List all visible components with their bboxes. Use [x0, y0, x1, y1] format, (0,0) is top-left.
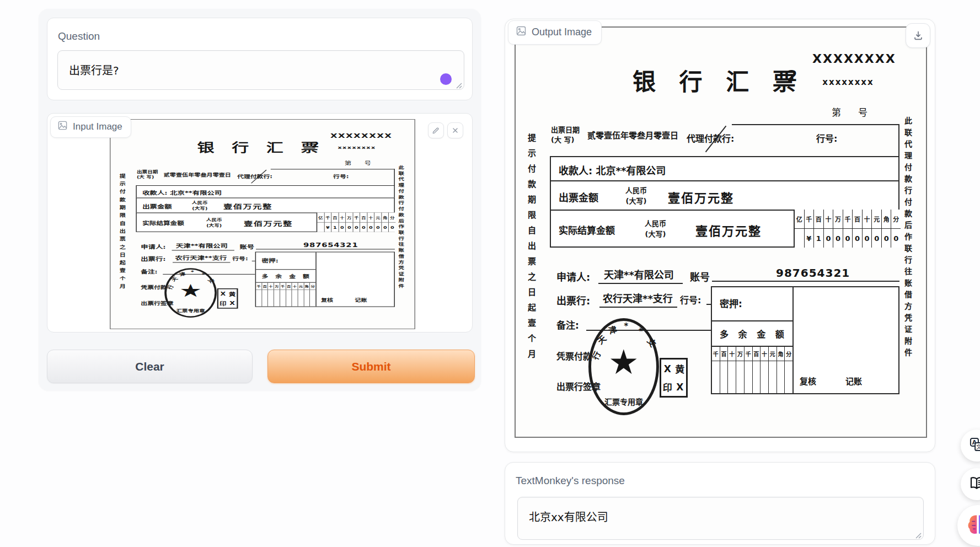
output-image[interactable]: 银 行 汇 票 2 XXXXXXXX xxxxxxxx 第 号 提示付款期限自出…	[515, 26, 927, 438]
draft-right-vertical-text: 此联代理付款行付款后作联行往账借方凭证附件	[902, 117, 913, 401]
stamp-bottom-text: 汇票专用章	[169, 308, 212, 313]
settlement-box: 实际结算金额 人民币 (大写) 壹佰万元整 亿千 百十 万千 百十 元角 分 ¥…	[136, 213, 395, 232]
draft-serial-top: XXXXXXXX	[330, 132, 383, 139]
textarea-resize-handle[interactable]	[456, 81, 462, 88]
draft-copy-number: 2	[312, 140, 319, 149]
output-image-label: Output Image	[532, 26, 592, 38]
surplus-digit-grid: 千百 十万 千百 十元 角分	[712, 347, 792, 393]
payee-value: 北京**有限公司	[170, 190, 222, 196]
draft-agent-bank-label: 代理付款行:	[687, 131, 734, 144]
draft-no-suffix: 号	[364, 159, 371, 167]
output-image-card: Output Image 银 行 汇 票 2 XXXXXXXX xxxxxxxx…	[505, 19, 935, 452]
draft-date-value: 贰零壹伍年零叁月零壹日	[587, 129, 678, 141]
translate-icon: A 文	[969, 437, 980, 454]
stamp-arc-char: *	[190, 270, 194, 275]
currency-label: 人民币	[625, 186, 647, 195]
textarea-resize-handle[interactable]	[915, 531, 922, 538]
draft-no-suffix: 号	[858, 105, 867, 119]
payee-label: 收款人:	[142, 190, 167, 196]
amount-digit-grid: 亿千 百十 万千 百十 元角 分 ¥ 10 00 00 00 0	[794, 210, 901, 248]
draft-date-label2: (大 写)	[551, 134, 574, 144]
submit-button[interactable]: Submit	[267, 350, 475, 383]
drawer-bank-value: 农行天津**支行	[599, 291, 677, 308]
input-group: Question 出票行是? Input Image	[39, 9, 481, 390]
payee-box: 收款人: 北京**有限公司	[550, 156, 899, 181]
question-label: Question	[58, 30, 100, 42]
account-value: 987654321	[776, 266, 850, 280]
amount-box: 出票金额 人民币 (大写) 壹佰万元整	[136, 197, 395, 213]
account-value: 987654321	[303, 242, 358, 248]
secret-label: 密押:	[720, 296, 742, 310]
draft-bank-no-label: 行号:	[816, 131, 837, 144]
remark-label: 备注:	[556, 318, 579, 331]
pay-on-sight-label: 凭票付款	[141, 284, 167, 291]
drawer-bank-no-label: 行号:	[680, 293, 701, 306]
yellow-seal-box: X黄 印X	[660, 358, 688, 398]
currency-label2: (大写)	[206, 223, 222, 227]
stamp-star: ★	[179, 280, 202, 301]
applicant-value: 天津**有限公司	[598, 267, 683, 284]
draft-copy-number: 2	[787, 67, 797, 84]
input-image[interactable]: 银 行 汇 票 2 XXXXXXXX xxxxxxxx 第 号 提示付款期限自出…	[110, 119, 415, 329]
draft-title: 银 行 汇 票	[197, 138, 323, 155]
question-input[interactable]: 出票行是?	[57, 50, 464, 90]
currency-label: 人民币	[645, 219, 666, 228]
draft-no-prefix: 第	[832, 105, 841, 119]
drawer-bank-label: 出票行:	[556, 293, 590, 307]
activity-indicator-dot	[440, 73, 452, 85]
settlement-label: 实际结算金额	[142, 219, 184, 227]
question-value: 出票行是?	[69, 62, 119, 78]
draft-date-label: 出票日期	[551, 124, 580, 135]
image-icon	[57, 120, 68, 133]
clear-button[interactable]: Clear	[47, 350, 253, 383]
account-label: 账号	[690, 269, 710, 283]
amount-box: 出票金额 人民币 (大写) 壹佰万元整	[550, 180, 899, 211]
translate-tool-button[interactable]: A 文	[961, 430, 980, 462]
payee-value: 北京**有限公司	[596, 165, 666, 176]
settlement-value: 壹佰万元整	[244, 218, 293, 227]
draft-serial-top: XXXXXXXX	[812, 52, 884, 66]
response-output[interactable]: 北京xx有限公司	[517, 497, 924, 540]
currency-label: 人民币	[206, 218, 222, 222]
yellow-seal-box: X黄 印X	[217, 288, 238, 309]
settlement-label: 实际结算金额	[559, 223, 615, 237]
draft-date-value: 贰零壹伍年零叁月零壹日	[164, 171, 231, 178]
edit-image-button[interactable]	[428, 122, 444, 138]
account-underline	[712, 281, 899, 282]
draft-serial-bottom: xxxxxxxx	[812, 77, 884, 87]
input-image-card: Input Image 银 行 汇 票 2 XXXXXXXX xxxxxxxx …	[47, 113, 473, 333]
payee-box: 收款人: 北京**有限公司	[136, 185, 395, 198]
surplus-amount-label: 多 余 金 额	[262, 272, 312, 279]
response-label: TextMonkey's response	[516, 475, 625, 487]
drawer-bank-no-label: 行号:	[232, 255, 248, 262]
response-card: TextMonkey's response 北京xx有限公司	[505, 462, 935, 545]
output-image-pill: Output Image	[508, 20, 602, 45]
draft-header-line-right	[394, 169, 394, 186]
applicant-value: 天津**有限公司	[172, 242, 234, 251]
applicant-label: 申请人:	[556, 269, 590, 283]
draft-right-vertical-text: 此联代理付款行付款后作联行往账借方凭证附件	[397, 165, 405, 311]
draft-agent-bank-label: 代理付款行:	[237, 173, 272, 179]
draft-header-line	[271, 169, 395, 169]
surplus-digit-grid: 千百 十万 千百 十元 角分	[256, 283, 315, 307]
amount-value: 壹佰万元整	[668, 188, 734, 206]
stamp-arc-char: *	[623, 321, 628, 331]
textmonkey-demo-page: Question 出票行是? Input Image	[0, 0, 980, 547]
currency-label2: (大写)	[192, 206, 207, 211]
draft-header-line	[732, 124, 899, 125]
download-image-button[interactable]	[906, 23, 930, 48]
amount-label: 出票金额	[142, 202, 172, 210]
pay-on-sight-label: 凭票付款	[556, 349, 592, 362]
draft-left-vertical-text: 提示付款期限自出票之日起壹个月	[526, 133, 537, 387]
bank-draft-image: 银 行 汇 票 2 XXXXXXXX xxxxxxxx 第 号 提示付款期限自出…	[110, 119, 415, 329]
ai-assistant-button[interactable]	[957, 505, 980, 546]
currency-label: 人民币	[192, 201, 208, 205]
review-label: 复核	[321, 297, 333, 303]
clear-image-button[interactable]	[447, 122, 463, 138]
stamp-star: ★	[608, 342, 639, 382]
draft-title: 银 行 汇 票	[633, 63, 804, 96]
image-icon	[516, 25, 527, 39]
stamp-bottom-text: 汇票专用章	[595, 396, 652, 407]
response-value: 北京xx有限公司	[529, 508, 608, 524]
read-tool-button[interactable]	[961, 468, 980, 500]
